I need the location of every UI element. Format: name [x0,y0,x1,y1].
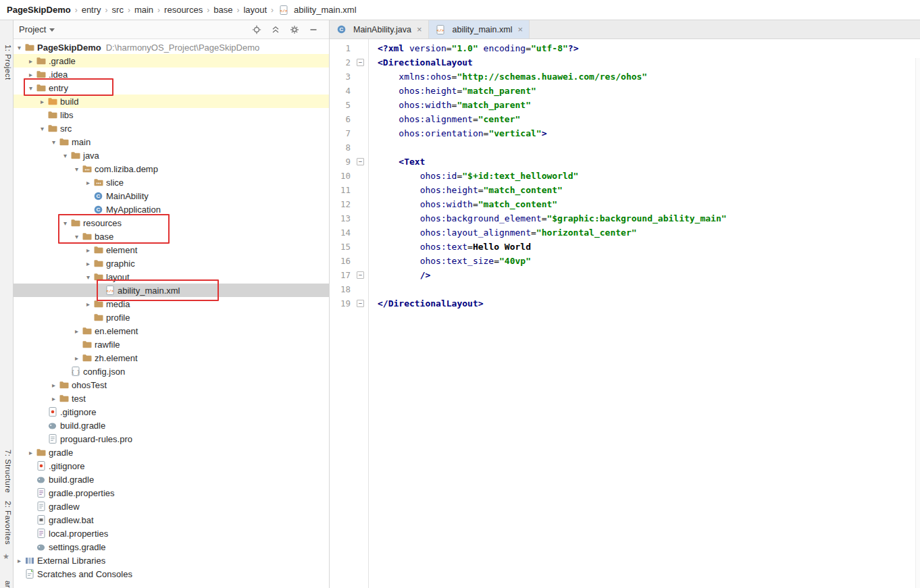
chevron-right-icon[interactable]: ▸ [84,179,93,186]
tree-item-ohostest[interactable]: ▸ohosTest [14,378,329,392]
tree-item-zh-element[interactable]: ▸zh.element [14,351,329,365]
tree-item-gitignore[interactable]: .gitignore [14,405,329,419]
tab-ability-main-xml[interactable]: </>ability_main.xml× [429,20,530,38]
chevron-down-icon[interactable]: ▾ [72,233,81,240]
tree-item-external-libraries[interactable]: ▸External Libraries [14,554,329,567]
chevron-right-icon[interactable]: ▸ [49,395,58,402]
locate-icon[interactable] [252,25,261,34]
code-line[interactable]: /> [378,268,915,282]
tree-item-pageskipdemo[interactable]: ▾PageSkipDemoD:\harmonyOS_Project\PageSk… [14,41,329,54]
tree-item-gradle-properties[interactable]: gradle.properties [14,486,329,500]
tree-item-entry[interactable]: ▾entry [14,81,329,95]
chevron-right-icon[interactable]: ▸ [72,354,81,362]
chevron-down-icon[interactable]: ▾ [61,219,70,227]
tool-window-button-7-structure[interactable]: 7: Structure [2,450,12,493]
editor-scrollbar[interactable] [915,58,920,588]
code-line[interactable]: ohos:height="match_parent" [378,84,915,98]
code-line[interactable]: </DirectionalLayout> [378,296,915,311]
tree-item-mainability[interactable]: CMainAbility [14,189,329,203]
chevron-down-icon[interactable]: ▾ [49,138,58,146]
chevron-right-icon[interactable]: ▸ [72,327,81,335]
tab-mainability-java[interactable]: CMainAbility.java× [330,20,429,38]
tree-item-gradle[interactable]: ▸gradle [14,446,329,459]
breadcrumb-item-main[interactable]: main [133,5,155,15]
tree-item-ability-main-xml[interactable]: </>ability_main.xml [14,284,329,297]
tree-item-media[interactable]: ▸media [14,297,329,311]
settings-icon[interactable] [290,25,299,34]
tree-item-scratches-and-consoles[interactable]: Scratches and Consoles [14,567,329,581]
tree-item-gradlew-bat[interactable]: gradlew.bat [14,513,329,527]
chevron-right-icon[interactable]: ▸ [26,449,35,456]
tree-item-slice[interactable]: ▸slice [14,176,329,189]
breadcrumb-item-base[interactable]: base [212,5,234,15]
tree-item-layout[interactable]: ▾layout [14,270,329,284]
code-line[interactable]: <DirectionalLayout [378,55,915,70]
code-line[interactable]: <?xml version="1.0" encoding="utf-8"?> [378,41,915,55]
fold-marker-icon[interactable]: − [357,59,364,66]
tool-window-button-2-favorites[interactable]: 2: Favorites [2,501,12,545]
code-line[interactable]: ohos:text=Hello World [378,240,915,254]
chevron-right-icon[interactable]: ▸ [84,260,93,267]
breadcrumb-item-src[interactable]: src [111,5,125,15]
code-line[interactable]: ohos:alignment="center" [378,112,915,126]
code-line[interactable] [378,140,915,155]
project-view-selector[interactable]: Project [19,24,55,34]
tree-item-idea[interactable]: ▸.idea [14,68,329,81]
chevron-down-icon[interactable]: ▾ [38,125,47,132]
tree-item-build-gradle[interactable]: build.gradle [14,419,329,432]
close-icon[interactable]: × [517,25,523,34]
tree-item-graphic[interactable]: ▸graphic [14,257,329,270]
tree-item-build-gradle[interactable]: build.gradle [14,473,329,486]
tree-item-main[interactable]: ▾main [14,135,329,149]
code-line[interactable]: ohos:text_size="40vp" [378,254,915,268]
chevron-down-icon[interactable]: ▾ [72,165,81,173]
fold-marker-icon[interactable]: − [357,158,364,165]
fold-marker-icon[interactable]: − [357,271,364,279]
tree-item-myapplication[interactable]: CMyApplication [14,203,329,216]
chevron-right-icon[interactable]: ▸ [49,381,58,389]
tool-window-button-ariants[interactable]: ariants [2,581,12,588]
tree-item-test[interactable]: ▸test [14,392,329,405]
code-line[interactable]: ohos:width="match_parent" [378,98,915,112]
code-line[interactable]: ohos:background_element="$graphic:backgr… [378,211,915,225]
chevron-down-icon[interactable]: ▾ [61,152,70,159]
tree-item-local-properties[interactable]: local.properties [14,527,329,540]
tree-item-resources[interactable]: ▾resources [14,216,329,230]
code-line[interactable]: ohos:width="match_content" [378,197,915,211]
tree-item-gradlew[interactable]: gradlew [14,500,329,513]
code-line[interactable]: xmlns:ohos="http://schemas.huawei.com/re… [378,70,915,84]
chevron-down-icon[interactable]: ▾ [15,44,24,51]
code-line[interactable]: <Text [378,155,915,169]
chevron-right-icon[interactable]: ▸ [15,557,24,564]
close-icon[interactable]: × [417,25,422,34]
tree-item-profile[interactable]: profile [14,311,329,324]
tree-item-java[interactable]: ▾java [14,149,329,162]
star-icon[interactable]: ★ [3,552,9,561]
breadcrumb-item-pageskipdemo[interactable]: PageSkipDemo [5,5,72,15]
code-line[interactable]: ohos:height="match_content" [378,183,915,197]
chevron-right-icon[interactable]: ▸ [84,300,93,308]
code-line[interactable]: ohos:orientation="vertical"> [378,126,915,140]
tree-item-en-element[interactable]: ▸en.element [14,324,329,338]
tree-item-settings-gradle[interactable]: settings.gradle [14,540,329,554]
breadcrumb-item-layout[interactable]: layout [242,5,268,15]
code-area[interactable]: <?xml version="1.0" encoding="utf-8"?><D… [369,39,915,588]
tool-window-button-1-project[interactable]: 1: Project [2,45,12,80]
tree-item-config-json[interactable]: { }config.json [14,365,329,378]
tree-item-libs[interactable]: libs [14,108,329,122]
tree-item-proguard-rules-pro[interactable]: proguard-rules.pro [14,432,329,446]
chevron-down-icon[interactable]: ▾ [84,273,93,281]
collapse-all-icon[interactable] [271,25,280,34]
tree-item-rawfile[interactable]: rawfile [14,338,329,351]
code-line[interactable] [378,282,915,296]
code-line[interactable]: ohos:id="$+id:text_helloworld" [378,169,915,183]
tree-item-com-liziba-demp[interactable]: ▾com.liziba.demp [14,162,329,176]
chevron-right-icon[interactable]: ▸ [26,57,35,65]
tree-item-build[interactable]: ▸build [14,95,329,108]
breadcrumb-item-resources[interactable]: resources [163,5,204,15]
tree-item-base[interactable]: ▾base [14,230,329,243]
tree-item-src[interactable]: ▾src [14,122,329,135]
tree-item-gradle[interactable]: ▸.gradle [14,54,329,68]
chevron-right-icon[interactable]: ▸ [38,98,47,105]
chevron-right-icon[interactable]: ▸ [26,71,35,78]
